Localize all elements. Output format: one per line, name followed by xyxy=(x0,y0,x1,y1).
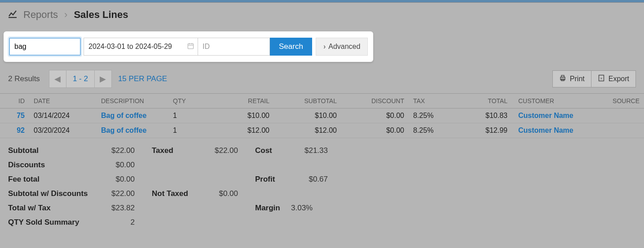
pager-prev[interactable]: ◀ xyxy=(49,70,66,87)
date-range-input[interactable]: 2024-03-01 to 2024-05-29 xyxy=(84,38,198,56)
summary-label: Discounts xyxy=(8,158,98,172)
pager-range[interactable]: 1 - 2 xyxy=(66,70,94,87)
sales-lines-table: ID DATE DESCRIPTION QTY RETAIL SUBTOTAL … xyxy=(0,93,644,138)
summary-col-2: Taxed$22.00 Not Taxed$0.00 xyxy=(152,144,242,230)
summary-value: $22.00 xyxy=(98,144,138,158)
cell-subtotal: $12.00 xyxy=(274,123,341,138)
summary-label: QTY Sold Summary xyxy=(8,215,98,230)
advanced-label: Advanced xyxy=(328,43,360,51)
summary-label: Cost xyxy=(255,144,291,172)
print-button[interactable]: Print xyxy=(552,70,591,87)
summary-value: 2 xyxy=(98,215,138,230)
pager-next[interactable]: ▶ xyxy=(94,70,111,87)
pager: ◀ 1 - 2 ▶ xyxy=(49,70,112,88)
summary-label: Profit xyxy=(255,172,291,201)
cell-tax: 8.25% xyxy=(409,123,467,138)
summary-label: Subtotal w/ Discounts xyxy=(8,187,98,201)
summary-label: Total w/ Tax xyxy=(8,201,98,215)
cell-date: 03/20/2024 xyxy=(29,123,97,138)
summary-value: $21.33 xyxy=(291,144,331,172)
col-retail[interactable]: RETAIL xyxy=(200,94,274,109)
summary-value: $0.00 xyxy=(98,172,138,187)
table-header-row: ID DATE DESCRIPTION QTY RETAIL SUBTOTAL … xyxy=(0,94,644,109)
search-button[interactable]: Search xyxy=(270,38,312,56)
col-subtotal[interactable]: SUBTOTAL xyxy=(274,94,341,109)
cell-description[interactable]: Bag of coffee xyxy=(97,109,168,123)
export-button[interactable]: x Export xyxy=(591,70,636,87)
col-customer[interactable]: CUSTOMER xyxy=(512,94,593,109)
summary-col-3: Cost$21.33 Profit$0.67 Margin3.03% xyxy=(255,144,331,230)
cell-total: $12.99 xyxy=(467,123,512,138)
per-page-select[interactable]: 15 PER PAGE xyxy=(118,74,167,83)
col-date[interactable]: DATE xyxy=(29,94,97,109)
col-discount[interactable]: DISCOUNT xyxy=(341,94,409,109)
breadcrumb: Reports › Sales Lines xyxy=(0,3,644,27)
col-qty[interactable]: QTY xyxy=(168,94,200,109)
cell-tax: 8.25% xyxy=(409,109,467,123)
table-row: 75 03/14/2024 Bag of coffee 1 $10.00 $10… xyxy=(0,109,644,123)
summary-label: Taxed xyxy=(152,144,201,187)
table-row: 92 03/20/2024 Bag of coffee 1 $12.00 $12… xyxy=(0,123,644,138)
cell-id[interactable]: 75 xyxy=(0,109,29,123)
col-id[interactable]: ID xyxy=(0,94,29,109)
cell-qty: 1 xyxy=(168,123,200,138)
cell-description[interactable]: Bag of coffee xyxy=(97,123,168,138)
cell-total: $10.83 xyxy=(467,109,512,123)
calendar-icon xyxy=(187,43,194,51)
svg-rect-1 xyxy=(188,44,193,48)
chevron-right-icon: › xyxy=(64,9,67,21)
print-icon xyxy=(559,74,566,83)
cell-discount: $0.00 xyxy=(341,109,409,123)
summary-col-1: Subtotal$22.00 Discounts$0.00 Fee total$… xyxy=(8,144,138,230)
cell-source xyxy=(593,123,644,138)
page-title: Sales Lines xyxy=(74,9,128,21)
cell-customer[interactable]: Customer Name xyxy=(512,123,593,138)
col-total[interactable]: TOTAL xyxy=(467,94,512,109)
summary-label: Subtotal xyxy=(8,144,98,158)
summary-value: $0.67 xyxy=(291,172,331,201)
content-area: 2 Results ◀ 1 - 2 ▶ 15 PER PAGE Print x … xyxy=(0,63,644,248)
export-label: Export xyxy=(609,75,629,83)
export-icon: x xyxy=(598,74,605,83)
summary-label: Not Taxed xyxy=(152,187,201,230)
svg-rect-6 xyxy=(561,75,564,77)
summary-value: $0.00 xyxy=(98,158,138,172)
cell-retail: $12.00 xyxy=(200,123,274,138)
col-description[interactable]: DESCRIPTION xyxy=(97,94,168,109)
cell-retail: $10.00 xyxy=(200,109,274,123)
summary-label: Margin xyxy=(255,201,291,230)
chevron-right-icon: › xyxy=(323,43,326,51)
reports-icon xyxy=(8,9,17,21)
cell-id[interactable]: 92 xyxy=(0,123,29,138)
id-input[interactable] xyxy=(198,38,270,56)
results-toolbar: 2 Results ◀ 1 - 2 ▶ 15 PER PAGE Print x … xyxy=(0,63,644,93)
search-panel: 2024-03-01 to 2024-05-29 Search › Advanc… xyxy=(4,31,373,62)
cell-source xyxy=(593,109,644,123)
summary-block: Subtotal$22.00 Discounts$0.00 Fee total$… xyxy=(0,138,644,235)
summary-value: $0.00 xyxy=(201,187,242,230)
col-tax[interactable]: TAX xyxy=(409,94,467,109)
summary-value: $23.82 xyxy=(98,201,138,215)
cell-customer[interactable]: Customer Name xyxy=(512,109,593,123)
svg-text:x: x xyxy=(600,76,602,80)
cell-qty: 1 xyxy=(168,109,200,123)
summary-value: 3.03% xyxy=(291,201,331,230)
cell-discount: $0.00 xyxy=(341,123,409,138)
date-range-text: 2024-03-01 to 2024-05-29 xyxy=(88,43,172,51)
print-label: Print xyxy=(570,75,585,83)
results-count: 2 Results xyxy=(8,74,40,83)
summary-value: $22.00 xyxy=(201,144,242,187)
advanced-button[interactable]: › Advanced xyxy=(316,38,368,56)
cell-subtotal: $10.00 xyxy=(274,109,341,123)
summary-label: Fee total xyxy=(8,172,98,187)
search-input[interactable] xyxy=(9,38,81,56)
cell-date: 03/14/2024 xyxy=(29,109,97,123)
breadcrumb-root[interactable]: Reports xyxy=(23,9,58,21)
col-source[interactable]: SOURCE xyxy=(593,94,644,109)
summary-value: $22.00 xyxy=(98,187,138,201)
